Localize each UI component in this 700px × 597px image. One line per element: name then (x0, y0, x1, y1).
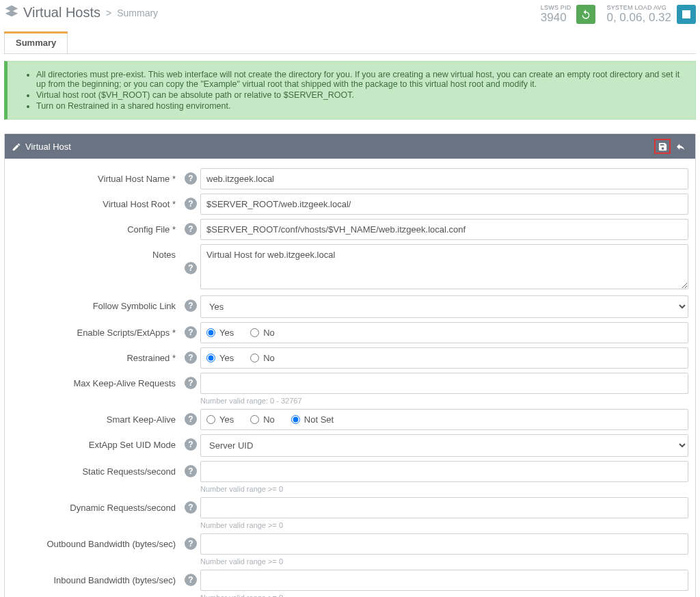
symlink-select[interactable]: Yes (200, 295, 688, 318)
help-icon[interactable]: ? (185, 438, 197, 451)
stack-icon (4, 4, 19, 21)
help-icon[interactable]: ? (185, 262, 197, 274)
save-button[interactable] (654, 139, 671, 154)
label-static: Static Requests/second (12, 461, 181, 477)
stats-button[interactable] (677, 5, 696, 24)
panel-header: Virtual Host (5, 134, 695, 159)
out-bw-input[interactable] (200, 533, 688, 555)
scripts-no[interactable] (250, 328, 259, 337)
label-config: Config File * (12, 219, 181, 235)
static-reqs-input[interactable] (200, 461, 688, 482)
smartka-radio-group: Yes No Not Set (200, 409, 688, 430)
scripts-radio-group: Yes No (200, 322, 688, 343)
lsws-pid-value: 3940 (541, 11, 571, 25)
help-icon[interactable]: ? (185, 326, 197, 339)
help-icon[interactable]: ? (185, 574, 197, 586)
hint-maxka: Number valid range: 0 - 32767 (200, 397, 688, 405)
uidmode-select[interactable]: Server UID (200, 434, 688, 457)
edit-icon (12, 141, 25, 152)
vh-root-input[interactable] (200, 194, 688, 215)
tab-summary[interactable]: Summary (4, 31, 68, 53)
label-restrained: Restrained * (12, 347, 181, 363)
load-value: 0, 0.06, 0.32 (606, 11, 671, 25)
label-uidmode: ExtApp Set UID Mode (12, 434, 181, 450)
back-button[interactable] (672, 139, 688, 154)
lsws-pid-label: LSWS PID (541, 4, 571, 11)
hint-inbw: Number valid range >= 0 (200, 594, 688, 597)
label-smartka: Smart Keep-Alive (12, 409, 181, 425)
hint-static: Number valid range >= 0 (200, 485, 688, 493)
help-icon[interactable]: ? (185, 172, 197, 185)
label-maxka: Max Keep-Alive Requests (12, 373, 181, 388)
alert-item: All directories must pre-exist. This web… (36, 70, 686, 89)
help-icon[interactable]: ? (185, 351, 197, 364)
help-icon[interactable]: ? (185, 413, 197, 425)
label-dynamic: Dynamic Requests/second (12, 497, 181, 513)
label-root: Virtual Host Root * (12, 194, 181, 209)
label-outbw: Outbound Bandwidth (bytes/sec) (12, 533, 181, 549)
help-icon[interactable]: ? (185, 198, 197, 210)
smartka-notset[interactable] (291, 415, 300, 424)
help-icon[interactable]: ? (185, 300, 197, 312)
label-name: Virtual Host Name * (12, 168, 181, 184)
restrained-yes[interactable] (206, 354, 215, 362)
max-keepalive-input[interactable] (200, 373, 688, 394)
help-icon[interactable]: ? (185, 223, 197, 235)
help-icon[interactable]: ? (185, 501, 197, 514)
dynamic-reqs-input[interactable] (200, 497, 688, 518)
page-subtitle: Summary (117, 8, 158, 18)
restart-button[interactable] (576, 5, 595, 24)
panel-title: Virtual Host (25, 142, 71, 152)
load-label: SYSTEM LOAD AVG (606, 4, 671, 11)
label-notes: Notes (12, 244, 181, 260)
hint-outbw: Number valid range >= 0 (200, 557, 688, 566)
in-bw-input[interactable] (200, 570, 688, 591)
label-symlink: Follow Symbolic Link (12, 295, 181, 311)
restrained-radio-group: Yes No (200, 347, 688, 369)
info-alert: All directories must pre-exist. This web… (4, 61, 696, 120)
help-icon[interactable]: ? (185, 538, 197, 550)
notes-input[interactable]: Virtual Host for web.itzgeek.local (200, 244, 688, 289)
smartka-yes[interactable] (206, 415, 215, 424)
smartka-no[interactable] (250, 415, 259, 424)
label-inbw: Inbound Bandwidth (bytes/sec) (12, 570, 181, 585)
config-file-input[interactable] (200, 219, 688, 240)
hint-dynamic: Number valid range >= 0 (200, 521, 688, 529)
alert-item: Turn on Restrained in a shared hosting e… (36, 101, 686, 111)
alert-item: Virtual host root ($VH_ROOT) can be abso… (36, 90, 686, 100)
help-icon[interactable]: ? (185, 377, 197, 389)
vh-name-input[interactable] (200, 168, 688, 189)
page-title: Virtual Hosts (23, 5, 100, 21)
scripts-yes[interactable] (206, 328, 215, 337)
help-icon[interactable]: ? (185, 465, 197, 477)
breadcrumb-sep: > (106, 8, 111, 18)
restrained-no[interactable] (250, 354, 259, 362)
tab-bar: Summary (4, 31, 696, 54)
label-scripts: Enable Scripts/ExtApps * (12, 322, 181, 338)
